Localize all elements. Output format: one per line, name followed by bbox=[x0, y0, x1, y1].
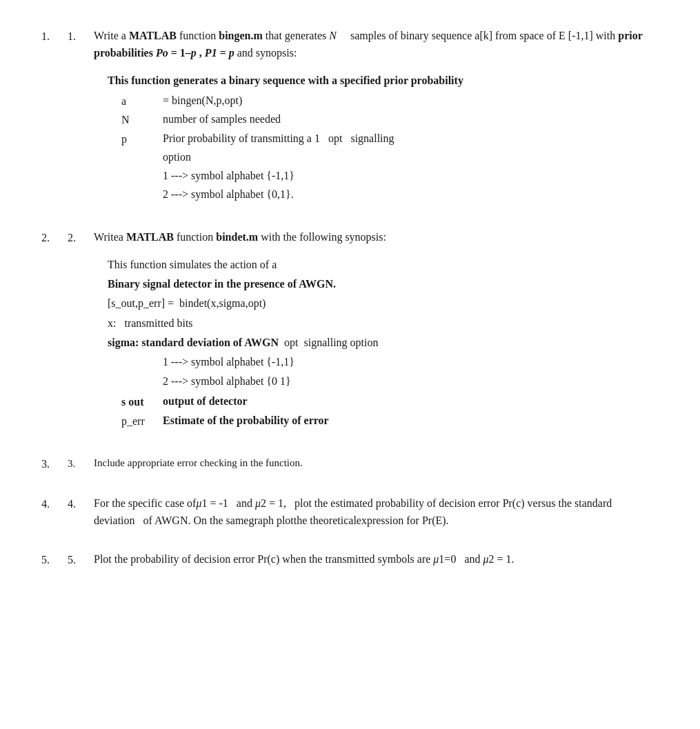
item2-param-table: s out output of detector p_err Estimate … bbox=[121, 393, 659, 430]
item1-param-N: N number of samples needed bbox=[121, 111, 659, 129]
item2-perr-desc: Estimate of the probability of error bbox=[163, 412, 659, 430]
item2-intro: Writea MATLAB function bindet.m with the… bbox=[94, 229, 659, 246]
item1-param-table: a = bingen(N,p,opt) N number of samples … bbox=[121, 92, 659, 166]
item2-opt1: 1 ---> symbol alphabet {-1,1} bbox=[163, 353, 659, 371]
item1-option-blank bbox=[121, 149, 163, 166]
bingen-func: bingen.m bbox=[219, 30, 263, 41]
item2-options: 1 ---> symbol alphabet {-1,1} 2 ---> sym… bbox=[163, 353, 659, 390]
bindet-func: bindet.m bbox=[216, 231, 258, 243]
list-number-4: 4. bbox=[68, 495, 94, 530]
item1-option-label: option bbox=[163, 149, 659, 166]
item2-line1: This function simulates the action of a bbox=[108, 256, 659, 274]
item1-opt2: 2 ---> symbol alphabet {0,1}. bbox=[163, 186, 659, 203]
item2-line2: Binary signal detector in the presence o… bbox=[108, 275, 659, 293]
item1-N-desc: number of samples needed bbox=[163, 111, 659, 129]
item2-sout-desc: output of detector bbox=[163, 393, 659, 411]
item2-sout-desc-bold: output of detector bbox=[163, 395, 248, 407]
list-number-2: 2. bbox=[68, 229, 94, 433]
item2-sout-label: s out bbox=[121, 393, 163, 411]
page-content: 1. Write a MATLAB function bingen.m that… bbox=[41, 28, 659, 569]
matlab-keyword-2: MATLAB bbox=[126, 231, 174, 243]
item1-opt1: 1 ---> symbol alphabet {-1,1} bbox=[163, 167, 659, 185]
item2-opt2: 2 ---> symbol alphabet {0 1} bbox=[163, 372, 659, 390]
list-item-5: 5. Plot the probability of decision erro… bbox=[41, 551, 659, 569]
item1-option-label-row: option bbox=[121, 149, 659, 166]
item2-line4: x: transmitted bits bbox=[108, 314, 659, 332]
list-item-3: 3. Include appropriate error checking in… bbox=[41, 455, 659, 473]
item1-param-p: p Prior probability of transmitting a 1 … bbox=[121, 130, 659, 148]
item1-param-a: a = bingen(N,p,opt) bbox=[121, 92, 659, 110]
list-item-1: 1. Write a MATLAB function bingen.m that… bbox=[41, 28, 659, 207]
item2-perr-desc-bold: Estimate of the probability of error bbox=[163, 415, 329, 426]
item1-content: Write a MATLAB function bingen.m that ge… bbox=[94, 28, 659, 207]
item1-p-desc: Prior probability of transmitting a 1 op… bbox=[163, 130, 659, 148]
item3-content: Include appropriate error checking in th… bbox=[94, 455, 659, 473]
item1-N-label: N bbox=[121, 111, 163, 129]
matlab-keyword-1: MATLAB bbox=[129, 30, 177, 41]
list-number-5: 5. bbox=[68, 551, 94, 569]
item1-synopsis-block: This function generates a binary sequenc… bbox=[108, 72, 659, 204]
item2-line5: sigma: standard deviation of AWGN opt si… bbox=[108, 334, 659, 352]
item1-p-label: p bbox=[121, 130, 163, 148]
item1-synopsis-title: This function generates a binary sequenc… bbox=[108, 72, 659, 90]
item1-a-label: a bbox=[121, 92, 163, 110]
list-number-3: 3. bbox=[68, 455, 94, 473]
item2-sout-row: s out output of detector bbox=[121, 393, 659, 411]
item2-perr-row: p_err Estimate of the probability of err… bbox=[121, 412, 659, 430]
list-item-2: 2. Writea MATLAB function bindet.m with … bbox=[41, 229, 659, 433]
item2-perr-label: p_err bbox=[121, 412, 163, 430]
list-item-4: 4. For the specific case ofμ1 = -1 and μ… bbox=[41, 495, 659, 530]
item3-text: Include appropriate error checking in th… bbox=[94, 457, 303, 468]
item1-options: 1 ---> symbol alphabet {-1,1} 2 ---> sym… bbox=[163, 167, 659, 204]
item2-synopsis-block: This function simulates the action of a … bbox=[108, 256, 659, 431]
item1-a-eq: = bingen(N,p,opt) bbox=[163, 92, 659, 110]
item5-content: Plot the probability of decision error P… bbox=[94, 551, 659, 569]
main-list: 1. Write a MATLAB function bingen.m that… bbox=[41, 28, 659, 569]
item4-content: For the specific case ofμ1 = -1 and μ2 =… bbox=[94, 495, 659, 530]
prior-prob-text: prior probabilities Po = 1–p , P1 = p bbox=[94, 30, 643, 59]
N-var: N bbox=[329, 30, 337, 41]
item2-content: Writea MATLAB function bindet.m with the… bbox=[94, 229, 659, 433]
item1-intro: Write a MATLAB function bingen.m that ge… bbox=[94, 28, 659, 62]
list-number-1: 1. bbox=[68, 28, 94, 207]
item2-line3: [s_out,p_err] = bindet(x,sigma,opt) bbox=[108, 294, 659, 312]
